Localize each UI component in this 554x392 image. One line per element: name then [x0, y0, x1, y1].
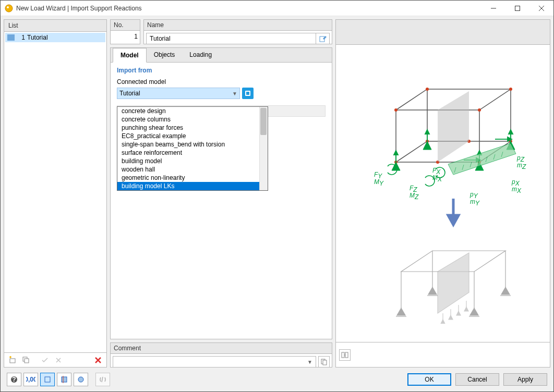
view-render-button[interactable] — [74, 373, 88, 386]
comment-header: Comment — [111, 343, 332, 354]
transfer-button[interactable] — [339, 349, 351, 361]
exclude-button[interactable] — [52, 354, 65, 366]
preview-header — [336, 20, 550, 45]
dropdown-option[interactable]: single-span beams_bend with torsion — [117, 140, 259, 149]
svg-marker-56 — [501, 287, 510, 295]
titlebar: New Load Wizard | Import Support Reactio… — [1, 1, 553, 16]
copy-item-button[interactable] — [20, 354, 32, 366]
open-model-button[interactable] — [242, 88, 254, 99]
svg-rect-13 — [323, 360, 327, 365]
name-panel: Name Tutorial — [143, 19, 332, 44]
include-button[interactable] — [39, 354, 51, 366]
list-item[interactable]: 1 Tutorial — [5, 33, 105, 42]
delete-button[interactable] — [92, 354, 104, 366]
preview-diagram: FY MY FX MX FZ MZ pZ mZ pX mX pY — [336, 45, 550, 342]
svg-point-14 — [394, 108, 398, 112]
svg-text:mY: mY — [470, 198, 480, 207]
svg-marker-61 — [449, 315, 453, 320]
connected-model-dropdown[interactable]: Tutorial ▼ — [117, 88, 240, 99]
dropdown-option[interactable]: punching shear forces — [117, 124, 259, 132]
preview-panel: FY MY FX MX FZ MZ pZ mZ pX mX pY — [335, 19, 550, 368]
list-item-label: Tutorial — [27, 34, 48, 41]
svg-text:MX: MX — [432, 174, 442, 183]
apply-button[interactable]: Apply — [503, 373, 547, 386]
svg-text:MY: MY — [374, 178, 384, 187]
svg-rect-72 — [62, 377, 67, 382]
number-header: No. — [111, 20, 140, 31]
svg-marker-50 — [397, 308, 405, 315]
list-header: List — [4, 20, 106, 32]
tab-model[interactable]: Model — [113, 48, 147, 63]
svg-marker-59 — [441, 320, 445, 324]
tabs-panel: Model Objects Loading Import from Connec… — [110, 47, 332, 339]
dropdown-value: Tutorial — [119, 90, 140, 97]
units-button[interactable]: 0,00 — [23, 373, 38, 386]
name-input[interactable]: Tutorial — [146, 33, 316, 44]
number-value: 1 — [134, 33, 138, 40]
copy-comment-button[interactable] — [318, 356, 330, 368]
tabs-header: Model Objects Loading — [111, 48, 332, 63]
dropdown-option[interactable]: geometric non-linearity — [117, 174, 259, 182]
view-solid-button[interactable] — [57, 373, 71, 386]
svg-rect-11 — [246, 92, 249, 95]
svg-text:?: ? — [12, 376, 16, 383]
svg-point-1 — [7, 6, 9, 8]
comment-panel: Comment ▼ — [110, 342, 332, 368]
ok-button[interactable]: OK — [407, 373, 451, 386]
dropdown-option[interactable]: building model LKs — [117, 182, 259, 190]
svg-point-74 — [78, 377, 83, 382]
minimize-button[interactable] — [481, 1, 505, 16]
edit-name-button[interactable] — [316, 33, 330, 44]
svg-rect-3 — [515, 6, 520, 10]
new-item-button[interactable] — [6, 354, 19, 366]
svg-rect-6 — [10, 359, 15, 363]
view-wireframe-button[interactable] — [40, 373, 55, 386]
preview-toolbar — [336, 342, 550, 367]
dropdown-list: concrete designconcrete columnspunching … — [117, 106, 268, 191]
svg-marker-24 — [438, 91, 469, 162]
svg-point-16 — [509, 88, 512, 91]
tab-objects[interactable]: Objects — [147, 48, 183, 62]
svg-point-15 — [478, 108, 481, 112]
window-title: New Load Wizard | Import Support Reactio… — [16, 5, 481, 12]
dropdown-option[interactable]: surface reinforcement — [117, 149, 259, 157]
list-content: 1 Tutorial — [4, 32, 106, 352]
svg-marker-36 — [448, 215, 459, 225]
folder-icon — [7, 34, 15, 41]
dropdown-option[interactable]: EC8_practical example — [117, 132, 259, 140]
script-button[interactable] — [95, 373, 110, 386]
svg-marker-29 — [394, 151, 398, 155]
svg-rect-67 — [345, 352, 348, 358]
dropdown-option[interactable]: wooden hall — [117, 165, 259, 174]
list-item-num: 1 — [18, 34, 25, 41]
svg-marker-52 — [470, 308, 478, 315]
app-icon — [5, 4, 13, 13]
dropdown-option[interactable]: concrete design — [117, 107, 259, 115]
svg-rect-8 — [25, 359, 29, 363]
comment-input[interactable]: ▼ — [113, 356, 316, 368]
maximize-button[interactable] — [505, 1, 529, 16]
svg-point-17 — [426, 88, 429, 91]
dropdown-option[interactable]: building model — [117, 157, 259, 165]
cancel-button[interactable]: Cancel — [455, 373, 499, 386]
tab-content: Import from Connected model Tutorial ▼ — [111, 63, 332, 339]
svg-text:mX: mX — [512, 186, 522, 194]
svg-marker-27 — [423, 141, 431, 150]
svg-text:MZ: MZ — [410, 192, 419, 201]
chevron-down-icon: ▼ — [232, 91, 237, 96]
close-button[interactable] — [529, 1, 553, 16]
scrollbar-thumb[interactable] — [260, 108, 267, 135]
svg-text:mZ: mZ — [517, 162, 526, 170]
connected-model-label: Connected model — [117, 78, 326, 85]
chevron-down-icon: ▼ — [307, 359, 312, 365]
dropdown-scrollbar[interactable] — [259, 107, 268, 190]
svg-marker-65 — [464, 307, 468, 311]
dropdown-option[interactable]: concrete columns — [117, 115, 259, 124]
svg-marker-32 — [509, 130, 513, 134]
svg-marker-63 — [456, 311, 461, 315]
tab-loading[interactable]: Loading — [182, 48, 219, 62]
group-import-from: Import from — [117, 67, 326, 74]
list-panel: List 1 Tutorial — [4, 19, 107, 368]
number-panel: No. 1 — [110, 19, 140, 44]
help-button[interactable]: ? — [7, 373, 21, 386]
